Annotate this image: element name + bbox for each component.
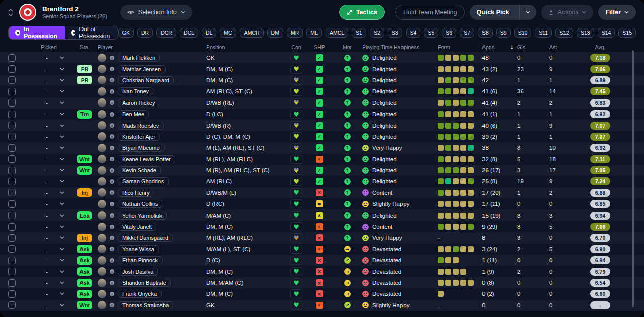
player-cell[interactable]: Mads Roerslev xyxy=(98,121,206,130)
table-row[interactable]: -InjRico HenryD/WB/M (L)♥×↑Content17 (20… xyxy=(0,187,644,198)
position-tab-s5[interactable]: S5 xyxy=(424,28,438,38)
position-tab-dcl[interactable]: DCL xyxy=(180,28,198,38)
player-name[interactable]: Ethan Pinnock xyxy=(118,256,163,264)
player-name[interactable]: Shandon Baptiste xyxy=(118,279,171,287)
player-name[interactable]: Kevin Schade xyxy=(118,166,161,174)
player-cell[interactable]: Christian Nørgaard xyxy=(98,76,206,84)
chevron-up-icon[interactable] xyxy=(8,9,13,12)
table-row[interactable]: -Bryan MbeumoM (L), AM (RL), ST (C)♥✓↑Ve… xyxy=(0,142,644,153)
player-name[interactable]: Saman Ghoddos xyxy=(118,177,169,185)
position-tab-ml[interactable]: ML xyxy=(306,28,322,38)
position-tab-s10[interactable]: S10 xyxy=(514,28,532,38)
quick-pick-button[interactable]: Quick Pick xyxy=(470,5,537,20)
row-checkbox[interactable] xyxy=(8,88,16,95)
row-checkbox[interactable] xyxy=(8,144,16,152)
player-name[interactable]: Bryan Mbeumo xyxy=(118,144,165,152)
table-row[interactable]: -PRChristian NørgaardDM, M (C)♥✓↑Delight… xyxy=(0,75,644,86)
row-checkbox[interactable] xyxy=(8,212,16,219)
picked-dropdown[interactable]: - xyxy=(26,302,71,308)
player-cell[interactable]: Mikkel Damsgaard xyxy=(98,234,206,242)
col-gls[interactable]: Gls xyxy=(517,44,549,50)
tactics-button[interactable]: Tactics xyxy=(339,5,385,20)
col-player[interactable]: Player xyxy=(98,44,206,50)
player-cell[interactable]: Saman Ghoddos xyxy=(98,177,206,186)
picked-dropdown[interactable]: - xyxy=(26,291,71,297)
player-name[interactable]: Christian Nørgaard xyxy=(118,76,174,84)
position-tab-amcl[interactable]: AMCL xyxy=(326,28,348,38)
position-tab-s7[interactable]: S7 xyxy=(460,28,474,38)
player-name[interactable]: Yoane Wissa xyxy=(118,245,159,253)
possession-tab-in-possession[interactable]: In Possession xyxy=(9,26,65,39)
player-cell[interactable]: Thomas Strakosha xyxy=(98,301,206,309)
col-ast[interactable]: Ast xyxy=(549,44,581,50)
position-tab-s13[interactable]: S13 xyxy=(577,28,594,38)
player-cell[interactable]: Aaron Hickey xyxy=(98,98,206,107)
table-row[interactable]: -Nathan CollinsD (RC)♥=↑Slightly Happy17… xyxy=(0,198,644,209)
table-row[interactable]: -LoaYehor YarmoliukM/AM (C)♥∧↑Delighted1… xyxy=(0,209,644,221)
table-row[interactable]: -Ivan ToneyAM (RLC), ST (C)♥✓↑Delighted4… xyxy=(0,86,644,97)
player-name[interactable]: Josh Dasilva xyxy=(118,268,158,276)
player-cell[interactable]: Ethan Pinnock xyxy=(98,256,206,265)
row-checkbox[interactable] xyxy=(8,133,16,140)
player-name[interactable]: Mathias Jensen xyxy=(118,65,166,73)
picked-dropdown[interactable]: - xyxy=(26,269,71,275)
player-name[interactable]: Thomas Strakosha xyxy=(118,301,173,309)
player-cell[interactable]: Nathan Collins xyxy=(98,200,206,208)
player-name[interactable]: Vitaly Janelt xyxy=(118,223,156,231)
row-checkbox[interactable] xyxy=(8,301,16,309)
col-happiness[interactable]: Playing Time Happiness xyxy=(362,44,438,50)
table-row[interactable]: -AskYoane WissaM/AM (L), ST (C)♥»→Devast… xyxy=(0,244,644,255)
picked-dropdown[interactable]: - xyxy=(26,201,71,207)
row-checkbox[interactable] xyxy=(8,99,16,107)
row-checkbox[interactable] xyxy=(8,279,16,287)
row-checkbox[interactable] xyxy=(8,200,16,208)
row-checkbox[interactable] xyxy=(8,257,16,264)
table-row[interactable]: -Vitaly JaneltDM, M (C)♥»↑Content9 (29)8… xyxy=(0,221,644,232)
player-cell[interactable]: Frank Onyeka xyxy=(98,290,206,298)
position-tab-s9[interactable]: S9 xyxy=(496,28,511,38)
table-row[interactable]: -AskJosh DasilvaDM, M (C)♥×→Devastated1 … xyxy=(0,266,644,277)
picked-dropdown[interactable]: - xyxy=(26,123,71,129)
col-mor[interactable]: Mor xyxy=(332,44,362,50)
actions-button[interactable]: Actions xyxy=(541,5,593,20)
row-checkbox[interactable] xyxy=(8,178,16,185)
player-cell[interactable]: Yehor Yarmoliuk xyxy=(98,211,206,220)
player-cell[interactable]: Yoane Wissa xyxy=(98,245,206,253)
row-checkbox[interactable] xyxy=(8,268,16,275)
player-cell[interactable]: Vitaly Janelt xyxy=(98,223,206,231)
player-name[interactable]: Ivan Toney xyxy=(118,87,153,95)
col-picked[interactable]: Picked xyxy=(26,44,71,50)
table-row[interactable]: -WntKeane Lewis-PotterM (RL), AM (RLC)♥»… xyxy=(0,154,644,165)
col-con[interactable]: Con xyxy=(286,44,307,50)
picked-dropdown[interactable]: - xyxy=(26,134,71,140)
player-cell[interactable]: Shandon Baptiste xyxy=(98,279,206,287)
player-name[interactable]: Rico Henry xyxy=(118,189,154,197)
picked-dropdown[interactable]: - xyxy=(26,246,71,252)
picked-dropdown[interactable]: - xyxy=(26,66,71,72)
position-tab-mr[interactable]: MR xyxy=(287,28,303,38)
player-cell[interactable]: Kevin Schade xyxy=(98,166,206,175)
row-checkbox[interactable] xyxy=(8,167,16,174)
position-tab-s15[interactable]: S15 xyxy=(618,28,636,38)
hold-team-meeting-button[interactable]: Hold Team Meeting xyxy=(395,5,464,20)
table-row[interactable]: -WntThomas StrakoshaGK♥»↗Slightly Happy-… xyxy=(0,300,644,311)
player-name[interactable]: Ben Mee xyxy=(118,110,149,118)
player-cell[interactable]: Rico Henry xyxy=(98,188,206,197)
table-row[interactable]: -WntKevin SchadeM (R), AM (RLC), ST (C)♥… xyxy=(0,165,644,176)
row-checkbox[interactable] xyxy=(8,155,16,163)
quick-pick-dropdown[interactable] xyxy=(519,5,536,20)
picked-dropdown[interactable]: - xyxy=(26,280,71,286)
position-tab-s2[interactable]: S2 xyxy=(370,28,384,38)
table-row[interactable]: -InjMikkel DamsgaardM (RL), AM (RLC)♥×↑V… xyxy=(0,232,644,243)
position-tab-s11[interactable]: S11 xyxy=(535,28,552,38)
row-checkbox[interactable] xyxy=(8,76,16,84)
selection-info-dropdown[interactable]: Selection Info xyxy=(120,5,192,20)
picked-dropdown[interactable]: - xyxy=(26,77,71,83)
player-cell[interactable]: Bryan Mbeumo xyxy=(98,144,206,152)
col-position[interactable]: Position xyxy=(206,44,286,50)
player-cell[interactable]: Mark Flekken xyxy=(98,54,206,62)
picked-dropdown[interactable]: - xyxy=(26,88,71,94)
row-checkbox[interactable] xyxy=(8,122,16,129)
position-tab-dm[interactable]: DM xyxy=(267,28,283,38)
possession-tab-out-of-possession[interactable]: Out of Possession xyxy=(65,26,118,39)
